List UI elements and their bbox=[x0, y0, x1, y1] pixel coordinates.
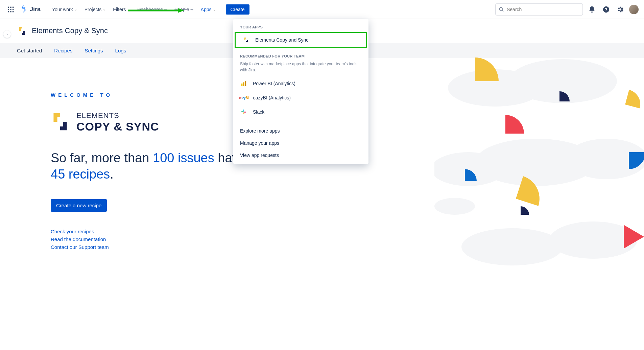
svg-rect-18 bbox=[243, 112, 244, 114]
svg-rect-14 bbox=[243, 82, 244, 86]
apps-item-powerbi[interactable]: Power BI (Analytics) bbox=[233, 76, 368, 91]
apps-section-recommended-desc: Ship faster with marketplace apps that i… bbox=[233, 61, 368, 76]
tab-get-started[interactable]: Get started bbox=[17, 48, 42, 53]
nav-people[interactable]: People⌄ bbox=[171, 5, 197, 14]
chevron-down-icon: ⌄ bbox=[103, 7, 105, 11]
svg-rect-3 bbox=[8, 9, 9, 10]
create-recipe-button[interactable]: Create a new recipe bbox=[51, 199, 107, 212]
search-wrap bbox=[495, 3, 583, 16]
svg-rect-5 bbox=[13, 9, 14, 10]
elements-app-icon bbox=[17, 26, 27, 36]
settings-icon[interactable] bbox=[615, 4, 626, 15]
nav-your-work[interactable]: Your work⌄ bbox=[49, 5, 80, 14]
svg-rect-19 bbox=[244, 112, 246, 113]
avatar[interactable] bbox=[629, 5, 639, 14]
apps-item-label: Elements Copy and Sync bbox=[255, 37, 308, 43]
help-icon[interactable]: ? bbox=[601, 4, 612, 15]
svg-rect-2 bbox=[13, 6, 14, 7]
link-contact-support[interactable]: Contact our Support team bbox=[51, 244, 644, 250]
svg-rect-6 bbox=[8, 11, 9, 12]
app-switcher-icon[interactable] bbox=[5, 4, 16, 15]
jira-brand[interactable]: Jira bbox=[18, 5, 43, 14]
nav-projects[interactable]: Projects⌄ bbox=[81, 5, 109, 14]
notifications-icon[interactable] bbox=[587, 4, 597, 15]
chevron-down-icon: ⌄ bbox=[74, 7, 77, 11]
stat-recipes: 45 recipes bbox=[51, 167, 110, 181]
hero-brand-line2: COPY & SYNC bbox=[76, 120, 159, 133]
chevron-down-icon: ⌄ bbox=[191, 7, 193, 11]
eazybi-icon: eazyBI bbox=[240, 94, 247, 101]
create-button[interactable]: Create bbox=[226, 4, 249, 15]
svg-rect-13 bbox=[241, 84, 243, 86]
apps-view-requests[interactable]: View app requests bbox=[233, 149, 368, 161]
nav-filters[interactable]: Filters⌄ bbox=[110, 5, 133, 14]
annotation-highlight-box: Elements Copy and Sync bbox=[235, 32, 367, 48]
apps-section-your-apps: YOUR APPS bbox=[233, 19, 368, 32]
apps-item-eazybi[interactable]: eazyBI eazyBI (Analytics) bbox=[233, 91, 368, 105]
svg-rect-4 bbox=[10, 9, 11, 10]
hero-brand-line1: ELEMENTS bbox=[76, 111, 159, 120]
apps-section-recommended: RECOMMENDED FOR YOUR TEAM bbox=[233, 48, 368, 61]
link-read-docs[interactable]: Read the documentation bbox=[51, 236, 644, 242]
nav-apps[interactable]: Apps⌄ bbox=[197, 5, 219, 14]
apps-explore-more[interactable]: Explore more apps bbox=[233, 125, 368, 137]
apps-dropdown: YOUR APPS Elements Copy and Sync RECOMME… bbox=[233, 19, 368, 164]
apps-manage[interactable]: Manage your apps bbox=[233, 137, 368, 149]
top-nav: Jira Your work⌄ Projects⌄ Filters⌄ Dashb… bbox=[0, 0, 644, 19]
sidebar-toggle[interactable]: › bbox=[3, 30, 11, 38]
svg-text:?: ? bbox=[605, 7, 607, 12]
slack-icon bbox=[240, 108, 247, 116]
powerbi-icon bbox=[240, 80, 247, 87]
jira-brand-text: Jira bbox=[30, 6, 41, 13]
apps-item-label: Power BI (Analytics) bbox=[253, 81, 295, 86]
apps-item-elements-copy-sync[interactable]: Elements Copy and Sync bbox=[236, 33, 366, 47]
tab-recipes[interactable]: Recipes bbox=[54, 48, 72, 53]
svg-rect-8 bbox=[13, 11, 14, 12]
apps-item-label: eazyBI (Analytics) bbox=[253, 95, 291, 100]
search-input[interactable] bbox=[495, 3, 583, 16]
svg-rect-16 bbox=[243, 110, 244, 112]
svg-rect-15 bbox=[245, 81, 246, 86]
apps-item-label: Slack bbox=[253, 109, 264, 115]
link-check-recipes[interactable]: Check your recipes bbox=[51, 229, 644, 234]
chevron-down-icon: ⌄ bbox=[213, 7, 216, 11]
chevron-down-icon: ⌄ bbox=[164, 7, 167, 11]
search-icon bbox=[499, 7, 504, 12]
app-title: Elements Copy & Sync bbox=[32, 26, 108, 35]
tab-settings[interactable]: Settings bbox=[85, 48, 103, 53]
svg-rect-17 bbox=[241, 111, 243, 112]
nav-dashboards[interactable]: Dashboards⌄ bbox=[134, 5, 170, 14]
nav-items: Your work⌄ Projects⌄ Filters⌄ Dashboards… bbox=[49, 5, 219, 14]
chevron-down-icon: ⌄ bbox=[127, 7, 130, 11]
hero-links: Check your recipes Read the documentatio… bbox=[51, 229, 644, 250]
tab-logs[interactable]: Logs bbox=[115, 48, 126, 53]
topnav-right: ? bbox=[495, 3, 639, 16]
menu-divider bbox=[233, 122, 368, 122]
jira-logo-icon bbox=[20, 5, 28, 14]
stat-issues: 100 issues bbox=[153, 151, 214, 165]
apps-item-slack[interactable]: Slack bbox=[233, 105, 368, 119]
elements-logo-icon bbox=[51, 112, 70, 133]
svg-rect-0 bbox=[8, 6, 9, 7]
svg-rect-1 bbox=[10, 6, 11, 7]
elements-app-icon bbox=[242, 36, 250, 44]
svg-rect-7 bbox=[10, 11, 11, 12]
